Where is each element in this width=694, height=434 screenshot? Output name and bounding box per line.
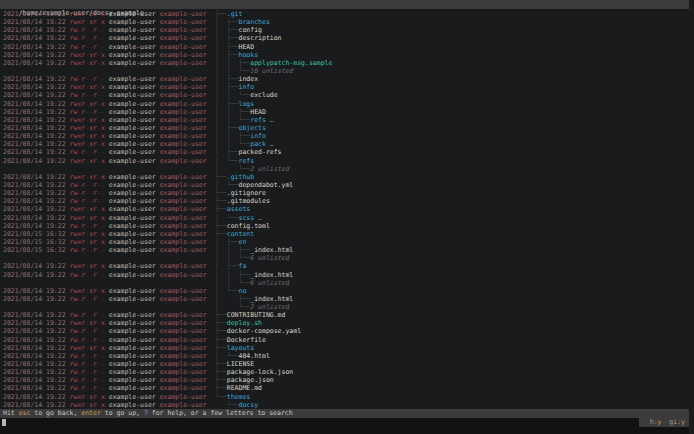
file-group: example-user <box>160 230 207 238</box>
tree-row[interactable]: 2021/08/15 16:32 rw-r--r-- example-user … <box>0 246 694 254</box>
file-meta: 2021/08/14 19:22 rwxr-xr-x example-user … <box>3 173 207 181</box>
tree-row[interactable]: 2021/08/14 19:22 rwxr-xr-x example-user … <box>0 83 694 91</box>
tree-row[interactable]: 2021/08/14 19:22 rw-r--r-- example-user … <box>0 336 694 344</box>
tree-entry: │ ├──_index.html <box>215 295 293 303</box>
file-owner: example-user <box>109 376 156 384</box>
file-owner: example-user <box>109 140 156 148</box>
tree-row[interactable]: 2021/08/15 16:32 rwxr-xr-x example-user … <box>0 230 694 238</box>
tree-entry: │ └──2 unlisted <box>215 303 289 311</box>
file-meta: 2021/08/14 19:22 rwxr-xr-x example-user … <box>3 51 207 59</box>
tree-row[interactable]: 2021/08/14 19:22 rw-r--r-- example-user … <box>0 360 694 368</box>
file-meta: 2021/08/14 19:22 rw-r--r-- example-user … <box>3 360 207 368</box>
file-permissions: rwxr-xr-x <box>70 51 105 59</box>
file-meta: 2021/08/14 19:22 rwxr-xr-x example-user … <box>3 140 207 148</box>
file-meta: 2021/08/14 19:22 rw-r--r-- example-user … <box>3 189 207 197</box>
tree-row[interactable]: 2021/08/14 19:22 rwxr-xr-x example-user … <box>0 393 694 401</box>
file-meta: 2021/08/14 19:22 rwxr-xr-x example-user … <box>3 83 207 91</box>
tree-branch-lines: │ │ ├── <box>215 108 250 116</box>
tree-row[interactable]: │ └──2 unlisted <box>0 165 694 173</box>
tree-row[interactable]: 2021/08/14 19:22 rw-r--r-- example-user … <box>0 43 694 51</box>
file-permissions: rwxr-xr-x <box>70 116 105 124</box>
file-date: 2021/08/14 19:22 <box>3 51 66 59</box>
tree-row[interactable]: │ └──2 unlisted <box>0 303 694 311</box>
file-meta: 2021/08/14 19:22 rw-r--r-- example-user … <box>3 271 207 279</box>
file-group: example-user <box>160 43 207 51</box>
file-name: hooks <box>238 51 258 59</box>
tree-row[interactable]: 2021/08/14 19:22 rwxr-xr-x example-user … <box>0 214 694 222</box>
tree-row[interactable]: 2021/08/14 19:22 rwxr-xr-x example-user … <box>0 319 694 327</box>
file-group: example-user <box>160 336 207 344</box>
file-permissions: rwxr-xr-x <box>70 214 105 222</box>
file-name: README.md <box>227 384 262 392</box>
file-owner: example-user <box>109 214 156 222</box>
root-path-bar[interactable]: /home/example-user/docsy-example <box>0 0 689 9</box>
file-date: 2021/08/14 19:22 <box>3 26 66 34</box>
tree-row[interactable]: 2021/08/14 19:22 rw-r--r-- example-user … <box>0 327 694 335</box>
tree-row[interactable]: 2021/08/14 19:22 rw-r--r-- example-user … <box>0 295 694 303</box>
file-owner: example-user <box>109 262 156 270</box>
tree-branch-lines: ├── <box>215 336 227 344</box>
tree-entry: │ │ └──exclude <box>215 91 278 99</box>
tree-row[interactable]: 2021/08/14 19:22 rwxr-xr-x example-user … <box>0 140 694 148</box>
file-group: example-user <box>160 51 207 59</box>
file-date: 2021/08/14 19:22 <box>3 352 66 360</box>
tree-row[interactable]: 2021/08/14 19:22 rwxr-xr-x example-user … <box>0 287 694 295</box>
tree-row[interactable]: 2021/08/14 19:22 rw-r--r-- example-user … <box>0 26 694 34</box>
tree-row[interactable]: 2021/08/14 19:22 rwxr-xr-x example-user … <box>0 262 694 270</box>
file-group: example-user <box>160 10 207 18</box>
tree-row[interactable]: 2021/08/14 19:22 rw-r--r-- example-user … <box>0 368 694 376</box>
tree-row[interactable]: 2021/08/14 19:22 rw-r--r-- example-user … <box>0 311 694 319</box>
tree-row[interactable]: 2021/08/14 19:22 rwxr-xr-x example-user … <box>0 18 694 26</box>
tree-row[interactable]: 2021/08/14 19:22 rwxr-xr-x example-user … <box>0 132 694 140</box>
tree-row[interactable]: 2021/08/14 19:22 rw-r--r-- example-user … <box>0 148 694 156</box>
file-owner: example-user <box>109 197 156 205</box>
tree-row[interactable]: 2021/08/14 19:22 rwxr-xr-x example-user … <box>0 51 694 59</box>
file-permissions: rw-r--r-- <box>70 197 105 205</box>
tree-row[interactable]: 2021/08/14 19:22 rw-r--r-- example-user … <box>0 181 694 189</box>
tree-row[interactable]: │ │ └──6 unlisted <box>0 254 694 262</box>
tree-row[interactable]: 2021/08/14 19:22 rwxr-xr-x example-user … <box>0 344 694 352</box>
tree-row[interactable]: 2021/08/14 19:22 rwxr-xr-x example-user … <box>0 59 694 67</box>
tree-row[interactable]: 2021/08/14 19:22 rwxr-xr-x example-user … <box>0 100 694 108</box>
tree-row[interactable]: 2021/08/14 19:22 rw-r--r-- example-user … <box>0 352 694 360</box>
tree-branch-lines: │ ├── <box>215 124 238 132</box>
tree-row[interactable]: 2021/08/14 19:22 rwxr-xr-x example-user … <box>0 157 694 165</box>
tree-row[interactable]: 2021/08/14 19:22 rwxr-xr-x example-user … <box>0 10 694 18</box>
search-input[interactable]: h:y gi:y <box>0 418 694 434</box>
file-name: docsy <box>238 401 258 409</box>
tree-row[interactable]: 2021/08/14 19:22 rw-r--r-- example-user … <box>0 271 694 279</box>
tree-row[interactable]: │ │ └──10 unlisted <box>0 67 694 75</box>
file-owner: example-user <box>109 319 156 327</box>
file-date: 2021/08/14 19:22 <box>3 148 66 156</box>
file-owner: example-user <box>109 59 156 67</box>
file-owner: example-user <box>109 26 156 34</box>
tree-row[interactable]: 2021/08/14 19:22 rwxr-xr-x example-user … <box>0 124 694 132</box>
file-date: 2021/08/14 19:22 <box>3 91 66 99</box>
tree-row[interactable]: 2021/08/14 19:22 rw-r--r-- example-user … <box>0 197 694 205</box>
tree-row[interactable]: 2021/08/14 19:22 rw-r--r-- example-user … <box>0 91 694 99</box>
tree-row[interactable]: 2021/08/14 19:22 rw-r--r-- example-user … <box>0 384 694 392</box>
file-permissions: rwxr-xr-x <box>70 100 105 108</box>
tree-row[interactable]: 2021/08/14 19:22 rw-r--r-- example-user … <box>0 222 694 230</box>
tree-row[interactable]: 2021/08/14 19:22 rw-r--r-- example-user … <box>0 376 694 384</box>
file-name: 6 unlisted <box>250 254 289 262</box>
tree-row[interactable]: 2021/08/14 19:22 rwxr-xr-x example-user … <box>0 401 694 409</box>
tree-row[interactable]: 2021/08/14 19:22 rwxr-xr-x example-user … <box>0 173 694 181</box>
tree-entry: │ └──404.html <box>215 352 270 360</box>
tree-row[interactable]: 2021/08/14 19:22 rw-r--r-- example-user … <box>0 108 694 116</box>
tree-row[interactable]: 2021/08/14 19:22 rw-r--r-- example-user … <box>0 34 694 42</box>
file-permissions: rwxr-xr-x <box>70 59 105 67</box>
file-owner: example-user <box>109 157 156 165</box>
tree-row[interactable]: 2021/08/15 16:32 rwxr-xr-x example-user … <box>0 238 694 246</box>
file-group: example-user <box>160 59 207 67</box>
file-date: 2021/08/15 16:32 <box>3 238 66 246</box>
tree-row[interactable]: 2021/08/14 19:22 rw-r--r-- example-user … <box>0 189 694 197</box>
tree-row[interactable]: 2021/08/14 19:22 rwxr-xr-x example-user … <box>0 205 694 213</box>
tree-row[interactable]: 2021/08/14 19:22 rwxr-xr-x example-user … <box>0 116 694 124</box>
tree-row[interactable]: │ │ └──6 unlisted <box>0 279 694 287</box>
file-date: 2021/08/14 19:22 <box>3 384 66 392</box>
file-group: example-user <box>160 108 207 116</box>
tree-row[interactable]: 2021/08/14 19:22 rw-r--r-- example-user … <box>0 75 694 83</box>
file-owner: example-user <box>109 246 156 254</box>
file-date: 2021/08/14 19:22 <box>3 336 66 344</box>
